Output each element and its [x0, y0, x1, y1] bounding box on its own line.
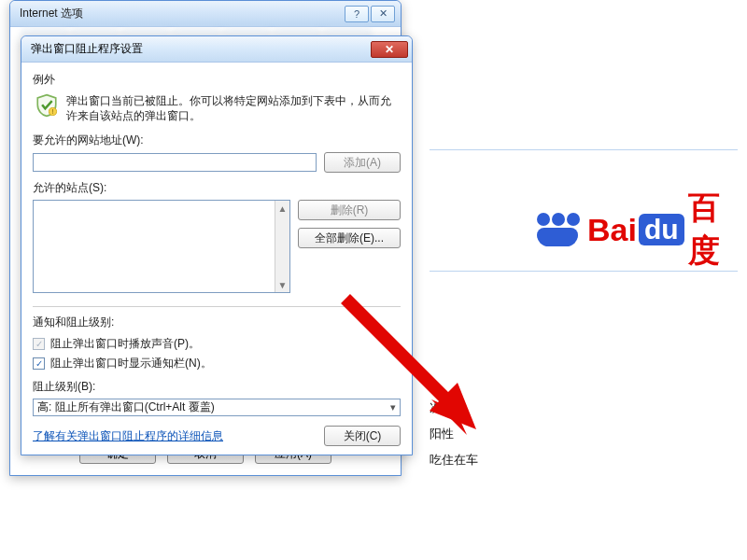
stray-text: 阳性	[430, 426, 454, 442]
block-level-label: 阻止级别(B):	[33, 379, 401, 395]
page-separator	[430, 149, 738, 150]
notification-bar-checkbox[interactable]: ✓	[33, 357, 45, 370]
sound-checkbox-label: 阻止弹出窗口时播放声音(P)。	[50, 336, 200, 352]
separator	[33, 306, 401, 307]
address-label: 要允许的网站地址(W):	[33, 133, 401, 148]
close-button[interactable]: ✕	[371, 6, 395, 22]
learn-more-link[interactable]: 了解有关弹出窗口阻止程序的详细信息	[33, 428, 223, 444]
allowed-sites-listbox[interactable]: ▲ ▼	[33, 200, 290, 293]
window-title: Internet 选项	[20, 6, 343, 21]
notify-header: 通知和阻止级别:	[33, 315, 401, 330]
scroll-up-icon[interactable]: ▲	[275, 201, 289, 216]
stray-text: 次	[430, 399, 442, 416]
block-level-dropdown[interactable]: 高: 阻止所有弹出窗口(Ctrl+Alt 覆盖) ▾	[33, 399, 401, 416]
popup-blocker-settings-dialog: 弹出窗口阻止程序设置 ✕ 例外 ! 弹出窗口当前已被阻止。你可以将特定网站添加到…	[21, 35, 413, 455]
remove-button[interactable]: 删除(R)	[298, 200, 401, 220]
sound-checkbox[interactable]: ✓	[33, 338, 45, 350]
notification-bar-checkbox-label: 阻止弹出窗口时显示通知栏(N)。	[50, 356, 212, 371]
logo-du: du	[639, 214, 684, 245]
dialog-titlebar[interactable]: 弹出窗口阻止程序设置 ✕	[21, 36, 412, 63]
add-button[interactable]: 添加(A)	[324, 152, 401, 173]
remove-all-button[interactable]: 全部删除(E)...	[298, 228, 401, 248]
svg-text:!: !	[52, 108, 54, 115]
baidu-logo: Bai du 百度	[537, 187, 747, 273]
chevron-down-icon: ▾	[390, 401, 396, 413]
address-input[interactable]	[33, 153, 317, 172]
block-level-value: 高: 阻止所有弹出窗口(Ctrl+Alt 覆盖)	[37, 399, 215, 415]
paw-icon	[537, 213, 580, 246]
titlebar[interactable]: Internet 选项 ? ✕	[10, 1, 401, 27]
help-button[interactable]: ?	[345, 6, 369, 22]
close-dialog-button[interactable]: 关闭(C)	[324, 426, 401, 446]
close-icon[interactable]: ✕	[371, 41, 408, 58]
scroll-down-icon[interactable]: ▼	[275, 277, 289, 292]
shield-check-icon: !	[35, 93, 59, 118]
logo-cn: 百度	[688, 187, 747, 273]
scrollbar[interactable]: ▲ ▼	[275, 201, 289, 292]
dialog-title: 弹出窗口阻止程序设置	[31, 41, 371, 57]
exceptions-explain: 弹出窗口当前已被阻止。你可以将特定网站添加到下表中，从而允许来自该站点的弹出窗口…	[66, 93, 401, 123]
stray-text: 吃住在车	[430, 452, 478, 469]
allowed-sites-label: 允许的站点(S):	[33, 180, 401, 196]
logo-bai: Bai	[587, 212, 637, 248]
exceptions-header: 例外	[33, 72, 401, 88]
